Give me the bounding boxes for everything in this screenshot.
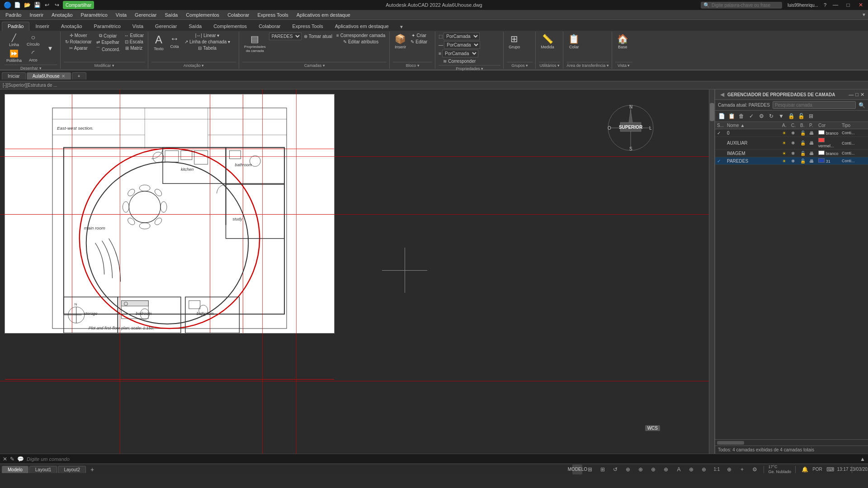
tab-new-file[interactable]: + — [72, 72, 86, 80]
status-ortho-btn[interactable]: ↺ — [610, 465, 620, 474]
btn-espelhar[interactable]: ⇌Espelhar — [94, 39, 122, 45]
layer-row-0[interactable]: ✓ 0 ☀ ❄ 🔓 🖶 branco Conti... — [715, 129, 868, 137]
status-lang[interactable]: POR — [812, 465, 822, 474]
tab-vista[interactable]: Vista — [127, 22, 149, 31]
layer-search-icon[interactable]: 🔍 — [859, 102, 865, 108]
tab-complementos[interactable]: Complementos — [208, 22, 253, 31]
cmd-icon-x[interactable]: ✕ — [3, 456, 7, 462]
status-notify1[interactable]: 🔔 — [800, 465, 810, 474]
layer-lock-paredes[interactable]: 🔓 — [800, 159, 808, 164]
cmd-icon-pencil[interactable]: ✎ — [10, 456, 14, 462]
btab-layout2[interactable]: Layout2 — [58, 466, 86, 473]
qat-open[interactable]: 📂 — [23, 1, 31, 9]
layer-color-paredes[interactable]: 31 — [818, 158, 841, 164]
tab-parametrico[interactable]: Paramétrico — [88, 22, 127, 31]
layer-expand-btn[interactable]: ⊞ — [807, 112, 816, 121]
btn-criar-bloco[interactable]: ✦Criar — [409, 33, 429, 38]
btn-concord[interactable]: ⌒Concord. — [94, 46, 122, 53]
btn-rotacionar[interactable]: ↻Rotacionar — [64, 39, 93, 45]
btn-escala[interactable]: ⊡Escala — [123, 39, 145, 45]
tab-file-aula6[interactable]: Aula6Uhouse ✕ — [27, 72, 71, 80]
cmd-icon-chat[interactable]: 💬 — [17, 456, 24, 462]
layer-freeze-auxiliar[interactable]: ❄ — [791, 141, 799, 145]
menu-anotacao[interactable]: Anotação — [48, 11, 76, 19]
layer-on-auxiliar[interactable]: ☀ — [782, 141, 790, 145]
status-workspace-btn[interactable]: ⚙ — [750, 465, 760, 474]
prop-select1[interactable]: PorCamada — [443, 33, 480, 40]
status-lineweight-btn[interactable]: ⊕ — [661, 465, 671, 474]
menu-inserir[interactable]: Inserir — [26, 11, 47, 19]
btn-linear[interactable]: |↔|Linear ▾ — [183, 33, 231, 38]
btn-base[interactable]: 🏠Base — [615, 33, 630, 50]
layer-current-btn[interactable]: ✓ — [747, 112, 756, 121]
btn-cota[interactable]: ↔Cota — [167, 33, 182, 50]
layer-select[interactable]: PAREDES 0 AUXILIAR IMAGEM — [269, 33, 302, 40]
vscrollbar[interactable] — [709, 89, 714, 454]
layer-refresh-btn[interactable]: ↻ — [767, 112, 776, 121]
status-grid-btn[interactable]: ⊞ — [585, 465, 595, 474]
layer-freeze-paredes[interactable]: ❄ — [791, 159, 799, 164]
layer-print-paredes[interactable]: 🖶 — [809, 159, 817, 164]
btn-texto[interactable]: ATexto — [151, 33, 166, 52]
btn-arco[interactable]: ◜Arco — [25, 48, 42, 63]
tab-aplicativos[interactable]: Aplicativos em destaque — [329, 22, 395, 31]
layer-row-auxiliar[interactable]: AUXILIAR ☀ ❄ 🔓 🖶 vermel... Conti... — [715, 137, 868, 150]
close-btn[interactable]: ✕ — [857, 1, 864, 9]
layer-on-paredes[interactable]: ☀ — [782, 159, 790, 164]
layer-filter-btn[interactable]: ▼ — [777, 112, 786, 121]
status-polar-btn[interactable]: ⊕ — [623, 465, 633, 474]
menu-vista[interactable]: Vista — [112, 11, 130, 19]
cmd-scroll-up[interactable]: ▲ — [860, 456, 865, 462]
status-model-btn[interactable]: MODELO — [572, 465, 582, 474]
menu-parametrico[interactable]: Paramétrico — [77, 11, 111, 19]
btn-inserir-bloco[interactable]: 📦Inserir — [393, 33, 408, 50]
close-tab-btn[interactable]: ✕ — [61, 74, 65, 79]
maximize-btn[interactable]: □ — [844, 1, 852, 9]
tab-padrao[interactable]: Padrão — [2, 22, 29, 31]
layer-lock-auxiliar[interactable]: 🔓 — [800, 141, 808, 145]
layer-print-auxiliar[interactable]: 🖶 — [809, 141, 817, 145]
btn-medida[interactable]: 📏Medida — [539, 33, 556, 50]
title-search-input[interactable] — [712, 3, 779, 8]
user-label[interactable]: luis99henriqu... — [788, 3, 818, 8]
status-qprop-btn[interactable]: ⊕ — [699, 465, 709, 474]
menu-colaborar[interactable]: Colaborar — [224, 11, 253, 19]
status-keyboard[interactable]: ⌨ — [825, 465, 835, 474]
btn-grupo[interactable]: ⊞Grupo — [507, 33, 522, 50]
qat-save[interactable]: 💾 — [33, 1, 41, 9]
layer-new-btn[interactable]: 📄 — [717, 112, 726, 121]
menu-padrao[interactable]: Padrão — [2, 11, 25, 19]
panel-collapse-btn[interactable]: ◀ — [719, 91, 726, 98]
qat-redo[interactable]: ↪ — [53, 1, 61, 9]
drawing-area[interactable]: East-west section. bathroom kitchen — [0, 89, 714, 454]
layer-hscrollbar[interactable] — [715, 439, 868, 446]
status-dyn-btn[interactable]: ⊕ — [686, 465, 696, 474]
btn-tomar-atual[interactable]: ⊛Tomar atual — [302, 33, 334, 39]
layer-search-input[interactable] — [773, 101, 856, 109]
btn-mover[interactable]: ✛Mover — [64, 33, 93, 38]
tab-anotacao[interactable]: Anotação — [55, 22, 88, 31]
command-input[interactable] — [27, 456, 857, 462]
menu-saida[interactable]: Saída — [161, 11, 181, 19]
tab-express[interactable]: Express Tools — [286, 22, 329, 31]
layer-delete-btn[interactable]: 🗑 — [737, 112, 746, 121]
layer-color-0[interactable]: branco — [818, 130, 841, 136]
status-osnap-btn[interactable]: ⊕ — [636, 465, 646, 474]
menu-gerenciar[interactable]: Gerenciar — [131, 11, 160, 19]
btn-linha[interactable]: ╱Linha — [5, 33, 24, 48]
qat-undo[interactable]: ↩ — [43, 1, 51, 9]
tab-iniciar[interactable]: Iniciar — [2, 72, 26, 80]
btab-layout1[interactable]: Layout1 — [29, 466, 57, 473]
layer-color-auxiliar[interactable]: vermel... — [818, 138, 841, 148]
layer-print-0[interactable]: 🖶 — [809, 131, 817, 136]
layer-new-vp-btn[interactable]: 📋 — [727, 112, 736, 121]
btab-modelo[interactable]: Modelo — [2, 466, 28, 473]
layer-print-imagem[interactable]: 🖶 — [809, 151, 817, 156]
panel-max-btn[interactable]: □ — [855, 92, 859, 98]
panel-close-btn[interactable]: ✕ — [860, 92, 864, 98]
btn-esticar[interactable]: ↔Esticar — [123, 33, 145, 38]
layer-lock-imagem[interactable]: 🔓 — [800, 151, 808, 156]
qat-share[interactable]: Compartilhar — [63, 1, 94, 9]
btn-aparar[interactable]: ✂Aparar — [64, 45, 93, 51]
layer-unisolate-btn[interactable]: 🔓 — [797, 112, 806, 121]
